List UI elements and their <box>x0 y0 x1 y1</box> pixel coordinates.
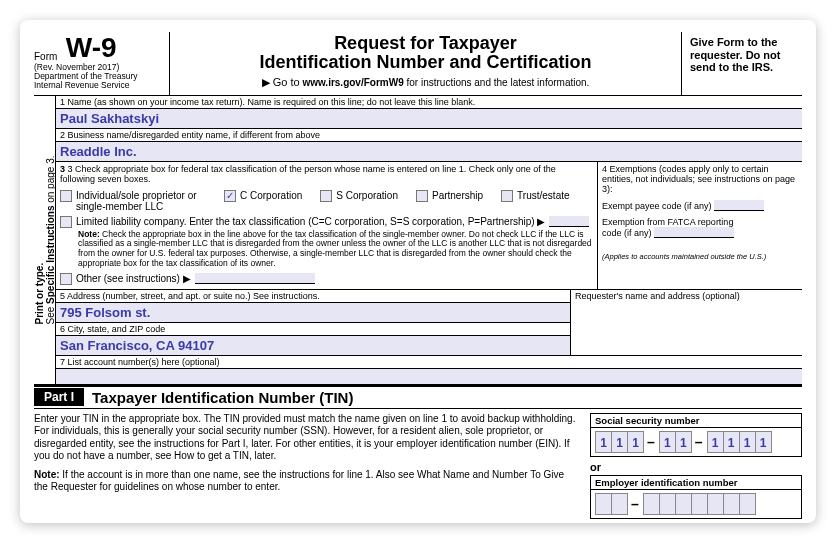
llc-note: Note: Check the appropriate box in the l… <box>78 230 593 269</box>
checkbox-other[interactable]: Other (see instructions) ▶ <box>60 273 593 285</box>
line-4-label: 4 Exemptions (codes apply only to certai… <box>602 164 798 194</box>
ssn-box: Social security number 111 – 11 – 1111 <box>590 413 802 457</box>
line-6-value[interactable]: San Francisco, CA 94107 <box>56 335 570 355</box>
other-input[interactable] <box>195 273 315 284</box>
exempt-payee-input[interactable] <box>714 200 764 211</box>
checkbox-c-corp[interactable]: ✓C Corporation <box>224 190 302 212</box>
exempt-payee: Exempt payee code (if any) <box>602 200 798 211</box>
line-2-label: 2 Business name/disregarded entity name,… <box>56 128 802 141</box>
header-center: Request for Taxpayer Identification Numb… <box>170 32 682 95</box>
form-title-2: Identification Number and Certification <box>176 53 675 72</box>
header-right: Give Form to the requester. Do not send … <box>682 32 802 95</box>
line-1-label: 1 Name (as shown on your income tax retu… <box>56 96 802 108</box>
tin-section: Enter your TIN in the appropriate box. T… <box>34 409 802 523</box>
line-3-block: 3 3 Check appropriate box for federal ta… <box>56 162 598 289</box>
ssn-cells[interactable]: 111 – 11 – 1111 <box>591 428 801 456</box>
line-6-label: 6 City, state, and ZIP code <box>56 322 570 335</box>
main-column: 1 Name (as shown on your income tax retu… <box>56 96 802 384</box>
requester-block[interactable]: Requester's name and address (optional) <box>570 290 802 355</box>
ein-box: Employer identification number – <box>590 475 802 519</box>
llc-classification-input[interactable] <box>549 216 589 227</box>
form-number: W-9 <box>66 34 117 62</box>
line-5-value[interactable]: 795 Folsom st. <box>56 302 570 322</box>
dept-line-2: Internal Revenue Service <box>34 81 165 90</box>
line-2-value[interactable]: Readdle Inc. <box>56 141 802 161</box>
line-7-value[interactable] <box>56 368 802 384</box>
form-body: Print or type. See Specific Instructions… <box>34 96 802 385</box>
side-label: Print or type. See Specific Instructions… <box>34 96 56 384</box>
checkbox-partnership[interactable]: Partnership <box>416 190 483 212</box>
header-left: Form W-9 (Rev. November 2017) Department… <box>34 32 170 95</box>
or-label: or <box>590 461 802 473</box>
line-5-label: 5 Address (number, street, and apt. or s… <box>56 290 570 302</box>
checkbox-trust[interactable]: Trust/estate <box>501 190 569 212</box>
checkbox-llc[interactable]: Limited liability company. Enter the tax… <box>60 216 593 228</box>
part-1-heading: Part I Taxpayer Identification Number (T… <box>34 385 802 409</box>
goto-suffix: for instructions and the latest informat… <box>406 77 589 88</box>
line-7-label: 7 List account number(s) here (optional) <box>56 355 802 368</box>
tin-boxes: Social security number 111 – 11 – 1111 o… <box>584 409 802 523</box>
ein-cells[interactable]: – <box>591 490 801 518</box>
checkbox-individual[interactable]: Individual/sole proprietor or single-mem… <box>60 190 206 212</box>
goto-url: www.irs.gov/FormW9 <box>302 77 403 88</box>
tin-note: Note: If the account is in more than one… <box>34 469 576 494</box>
goto-line: ▶ Go to www.irs.gov/FormW9 for instructi… <box>176 76 675 89</box>
tin-text: Enter your TIN in the appropriate box. T… <box>34 409 584 523</box>
fatca: Exemption from FATCA reportingcode (if a… <box>602 217 798 238</box>
line-1-value[interactable]: Paul Sakhatskyi <box>56 108 802 128</box>
tin-p1: Enter your TIN in the appropriate box. T… <box>34 413 576 463</box>
form-header: Form W-9 (Rev. November 2017) Department… <box>34 32 802 96</box>
form-word: Form <box>34 51 57 62</box>
line-3-label: 3 3 Check appropriate box for federal ta… <box>60 164 593 184</box>
w9-form: Form W-9 (Rev. November 2017) Department… <box>20 20 816 523</box>
ssn-label: Social security number <box>591 414 801 428</box>
line-4-block: 4 Exemptions (codes apply only to certai… <box>598 162 802 289</box>
arrow-icon: ▶ Go to <box>262 76 300 88</box>
ein-label: Employer identification number <box>591 476 801 490</box>
applies-note: (Applies to accounts maintained outside … <box>602 252 798 261</box>
fatca-input[interactable] <box>654 227 734 238</box>
part-1-title: Taxpayer Identification Number (TIN) <box>84 387 361 408</box>
checkbox-s-corp[interactable]: S Corporation <box>320 190 398 212</box>
part-1-label: Part I <box>34 388 84 406</box>
form-title-1: Request for Taxpayer <box>176 34 675 53</box>
